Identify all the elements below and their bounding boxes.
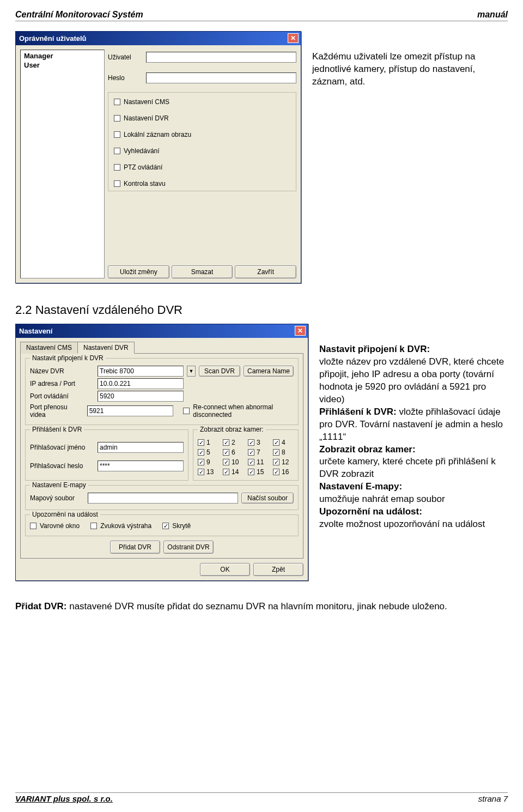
- footer-left: VARIANT plus spol. s r.o.: [15, 794, 113, 803]
- checkbox[interactable]: [114, 164, 120, 171]
- group-label: Nastavení E-mapy: [30, 481, 88, 489]
- close-icon[interactable]: ✕: [295, 326, 306, 336]
- desc-connect-title: Nastavit připojení k DVR:: [319, 344, 430, 354]
- user-input[interactable]: [146, 52, 296, 63]
- dvr-name-input[interactable]: [98, 366, 184, 377]
- camera-number-label: 8: [282, 449, 285, 456]
- checkbox[interactable]: [114, 131, 120, 138]
- camera-checkbox[interactable]: [273, 459, 279, 465]
- remove-dvr-button[interactable]: Odstranit DVR: [163, 541, 214, 554]
- settings-dialog: Nastavení ✕ Nastavení CMS Nastavení DVR …: [15, 324, 308, 581]
- checkbox-label: Kontrola stavu: [124, 180, 166, 187]
- login-user-label: Přihlašovací jméno: [30, 444, 94, 451]
- emap-file-label: Mapový soubor: [30, 494, 84, 502]
- reconnect-label: Re-connect when abnormal disconnected: [193, 403, 294, 419]
- desc-connect-text: vložte název pro vzdálené DVR, které chc…: [319, 356, 504, 404]
- camera-checkbox[interactable]: [248, 459, 254, 465]
- camera-checkbox[interactable]: [223, 439, 229, 446]
- load-file-button[interactable]: Načíst soubor: [241, 493, 294, 504]
- camera-number-label: 16: [282, 468, 289, 476]
- hidden-label: Skrytě: [172, 522, 191, 530]
- page-header-right: manuál: [477, 10, 508, 20]
- delete-button[interactable]: Smazat: [172, 265, 233, 278]
- checkbox-label: Vyhledávání: [124, 147, 160, 155]
- camera-checkbox[interactable]: [273, 449, 279, 456]
- camera-checkbox[interactable]: [198, 469, 204, 475]
- checkbox-label: Nastavení CMS: [124, 98, 169, 106]
- checkbox[interactable]: [114, 180, 120, 187]
- group-alert: Upozornění na událost Varovné okno Zvuko…: [25, 514, 299, 536]
- save-button[interactable]: Uložit změny: [108, 265, 169, 278]
- camera-number-label: 4: [282, 439, 285, 446]
- section-2-2-description: Nastavit připojení k DVR: vložte název p…: [319, 343, 508, 531]
- camera-checkbox[interactable]: [273, 469, 279, 475]
- camera-number-label: 5: [206, 449, 210, 456]
- user-list[interactable]: Manager User: [20, 50, 105, 278]
- group-label: Nastavit připojení k DVR: [30, 354, 106, 362]
- camera-checkbox[interactable]: [223, 459, 229, 465]
- login-pass-input[interactable]: [98, 460, 184, 471]
- video-port-label: Port přenosu videa: [30, 403, 84, 419]
- emap-file-input[interactable]: [88, 493, 238, 504]
- camera-checkbox[interactable]: [198, 449, 204, 456]
- desc-emap-text: umožňuje nahrát emap soubor: [319, 494, 445, 504]
- desc-cameras-text: určete kamery, které chcete při přihláše…: [319, 456, 496, 479]
- tab-dvr[interactable]: Nastavení DVR: [77, 342, 135, 354]
- camera-number-label: 3: [257, 439, 260, 446]
- password-input[interactable]: [146, 72, 296, 83]
- ip-label: IP adresa / Port: [30, 380, 94, 387]
- footer-right: strana 7: [478, 794, 508, 803]
- camera-checkbox[interactable]: [198, 439, 204, 446]
- checkbox-label: Nastavení DVR: [124, 114, 169, 122]
- checkbox[interactable]: [114, 115, 120, 122]
- camera-checkbox[interactable]: [248, 469, 254, 475]
- group-connect: Nastavit připojení k DVR Název DVR ▼ Sca…: [25, 358, 299, 425]
- chevron-down-icon[interactable]: ▼: [187, 366, 196, 377]
- camera-number-label: 12: [282, 458, 289, 466]
- ip-input[interactable]: [98, 378, 184, 389]
- add-dvr-button[interactable]: Přidat DVR: [110, 541, 160, 554]
- camera-checkbox[interactable]: [273, 439, 279, 446]
- video-port-input[interactable]: [87, 405, 173, 416]
- permissions-title: Oprávnění uživatelů: [19, 34, 87, 43]
- checkbox-label: PTZ ovládání: [124, 163, 162, 171]
- group-label: Přihlášení k DVR: [30, 426, 84, 433]
- ctrl-port-input[interactable]: [98, 391, 184, 402]
- camera-checkbox[interactable]: [248, 449, 254, 456]
- sound-checkbox[interactable]: [90, 523, 97, 529]
- camera-number-label: 15: [257, 468, 264, 476]
- camera-number-label: 11: [257, 458, 264, 466]
- password-label: Heslo: [108, 74, 141, 82]
- camera-name-button[interactable]: Camera Name: [244, 366, 294, 377]
- desc-alert-title: Upozornění na událost:: [319, 506, 422, 517]
- reconnect-checkbox[interactable]: [183, 408, 190, 414]
- camera-checkbox[interactable]: [248, 439, 254, 446]
- add-dvr-bold: Přidat DVR:: [15, 601, 66, 611]
- camera-number-label: 14: [232, 468, 239, 476]
- desc-alert-text: zvolte možnost upozorňová­ní na událost: [319, 519, 485, 529]
- login-user-input[interactable]: [98, 442, 184, 453]
- scan-dvr-button[interactable]: Scan DVR: [199, 366, 240, 377]
- tab-cms[interactable]: Nastavení CMS: [20, 342, 77, 354]
- back-button[interactable]: Zpět: [253, 563, 303, 576]
- group-emap: Nastavení E-mapy Mapový soubor Načíst so…: [25, 485, 299, 510]
- checkbox[interactable]: [114, 148, 120, 154]
- camera-number-label: 10: [232, 458, 239, 466]
- list-item[interactable]: User: [24, 60, 101, 70]
- hidden-checkbox[interactable]: [162, 523, 169, 529]
- close-button[interactable]: Zavřít: [235, 265, 296, 278]
- warn-checkbox[interactable]: [30, 523, 37, 529]
- ok-button[interactable]: OK: [200, 563, 250, 576]
- camera-checkbox[interactable]: [223, 449, 229, 456]
- dvr-name-label: Název DVR: [30, 367, 94, 375]
- group-cameras: Zobrazit obraz kamer: 123456789101112131…: [193, 429, 299, 481]
- group-login: Přihlášení k DVR Přihlašovací jméno Přih…: [25, 429, 188, 481]
- close-icon[interactable]: ✕: [288, 33, 299, 43]
- checkbox[interactable]: [114, 99, 120, 105]
- camera-checkbox[interactable]: [223, 469, 229, 475]
- camera-checkbox[interactable]: [198, 459, 204, 465]
- desc-emap-title: Nastavení E-mapy:: [319, 481, 402, 492]
- camera-number-label: 6: [232, 449, 235, 456]
- list-item[interactable]: Manager: [24, 51, 101, 60]
- desc-login-title: Přihlášení k DVR:: [319, 407, 397, 417]
